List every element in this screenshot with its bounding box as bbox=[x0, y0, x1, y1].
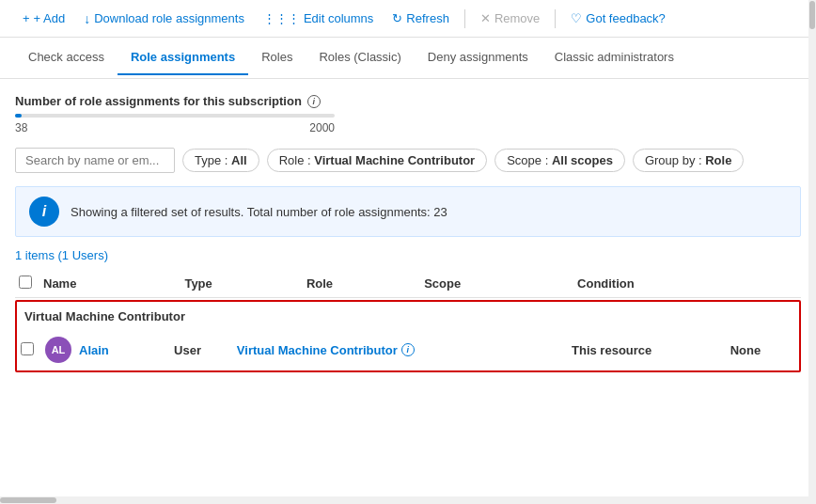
scope-filter-label: Scope : All scopes bbox=[507, 153, 613, 167]
edit-columns-button[interactable]: ⋮⋮⋮ Edit columns bbox=[256, 8, 381, 29]
horizontal-scrollbar[interactable] bbox=[0, 496, 808, 504]
download-icon: ↓ bbox=[84, 11, 90, 26]
separator-2 bbox=[555, 9, 556, 28]
toolbar: + + Add ↓ Download role assignments ⋮⋮⋮ … bbox=[0, 0, 816, 38]
feedback-label: Got feedback? bbox=[586, 11, 666, 25]
type-filter-label: Type : All bbox=[195, 153, 247, 167]
vertical-scrollbar[interactable] bbox=[808, 0, 816, 504]
banner-text: Showing a filtered set of results. Total… bbox=[71, 205, 447, 219]
user-name-link[interactable]: Alain bbox=[79, 343, 109, 357]
groupby-filter-label: Group by : Role bbox=[645, 153, 731, 167]
quota-current: 38 bbox=[15, 121, 27, 134]
table-meta: 1 items (1 Users) bbox=[15, 248, 801, 262]
separator-1 bbox=[464, 9, 465, 28]
role-filter-chip[interactable]: Role : Virtual Machine Contributor bbox=[267, 149, 488, 172]
select-all-checkbox[interactable] bbox=[19, 276, 32, 289]
col-checkbox bbox=[15, 270, 43, 298]
assignments-table: Name Type Role Scope Condition bbox=[15, 270, 801, 374]
refresh-label: Refresh bbox=[406, 11, 449, 25]
col-type-header: Type bbox=[184, 270, 306, 298]
col-role-header: Role bbox=[306, 270, 424, 298]
tab-roles[interactable]: Roles bbox=[248, 40, 306, 75]
remove-label: Remove bbox=[494, 11, 540, 25]
col-name-header: Name bbox=[43, 270, 184, 298]
type-filter-chip[interactable]: Type : All bbox=[182, 149, 259, 172]
remove-button[interactable]: ✕ Remove bbox=[473, 8, 547, 29]
vertical-scrollbar-thumb bbox=[809, 1, 815, 29]
user-cell: AL Alain bbox=[45, 337, 166, 363]
col-scope-header: Scope bbox=[424, 270, 577, 298]
tab-classic-administrators[interactable]: Classic administrators bbox=[541, 40, 687, 75]
groupby-filter-chip[interactable]: Group by : Role bbox=[633, 149, 744, 172]
group-header-row: Virtual Machine Contributor bbox=[17, 302, 799, 329]
quota-progress-track bbox=[15, 114, 335, 118]
filters-row: Type : All Role : Virtual Machine Contri… bbox=[15, 148, 801, 173]
avatar: AL bbox=[45, 337, 71, 363]
refresh-icon: ↻ bbox=[392, 11, 402, 25]
tabs-nav: Check access Role assignments Roles Role… bbox=[0, 38, 816, 79]
search-input[interactable] bbox=[15, 148, 175, 173]
main-content: Number of role assignments for this subs… bbox=[0, 79, 816, 374]
feedback-button[interactable]: ♡ Got feedback? bbox=[563, 8, 673, 29]
quota-labels: 38 2000 bbox=[15, 121, 335, 134]
info-icon: i bbox=[29, 197, 59, 227]
quota-title: Number of role assignments for this subs… bbox=[15, 94, 801, 108]
scope-filter-chip[interactable]: Scope : All scopes bbox=[494, 149, 625, 172]
row-condition: None bbox=[730, 343, 761, 357]
role-filter-label: Role : Virtual Machine Contributor bbox=[279, 153, 476, 167]
quota-max: 2000 bbox=[309, 121, 335, 134]
tab-roles-classic[interactable]: Roles (Classic) bbox=[306, 40, 414, 75]
edit-columns-label: Edit columns bbox=[304, 11, 373, 25]
download-label: Download role assignments bbox=[94, 11, 244, 25]
horizontal-scrollbar-thumb bbox=[0, 497, 56, 503]
role-link[interactable]: Virtual Machine Contributor i bbox=[237, 343, 564, 357]
row-scope: This resource bbox=[572, 343, 651, 357]
group-row: Virtual Machine Contributor bbox=[15, 298, 801, 375]
remove-icon: ✕ bbox=[480, 11, 491, 25]
row-type: User bbox=[174, 343, 201, 357]
row-checkbox[interactable] bbox=[21, 342, 34, 355]
tab-deny-assignments[interactable]: Deny assignments bbox=[415, 40, 541, 75]
add-icon: + bbox=[23, 11, 30, 25]
col-condition-header: Condition bbox=[577, 270, 801, 298]
tab-role-assignments[interactable]: Role assignments bbox=[118, 40, 248, 75]
quota-progress-fill bbox=[15, 114, 22, 118]
tab-check-access[interactable]: Check access bbox=[15, 40, 118, 75]
heart-icon: ♡ bbox=[571, 11, 582, 25]
quota-section: Number of role assignments for this subs… bbox=[15, 94, 801, 134]
table-row: AL Alain User bbox=[17, 329, 799, 370]
download-button[interactable]: ↓ Download role assignments bbox=[76, 8, 252, 30]
group-name: Virtual Machine Contributor bbox=[24, 309, 185, 323]
refresh-button[interactable]: ↻ Refresh bbox=[384, 8, 457, 29]
info-banner: i Showing a filtered set of results. Tot… bbox=[15, 186, 801, 237]
add-button[interactable]: + + Add bbox=[15, 8, 72, 29]
quota-info-icon[interactable]: i bbox=[307, 95, 321, 108]
add-label: + Add bbox=[34, 11, 66, 25]
role-info-icon: i bbox=[401, 343, 415, 356]
columns-icon: ⋮⋮⋮ bbox=[263, 11, 300, 25]
table-header-row: Name Type Role Scope Condition bbox=[15, 270, 801, 298]
